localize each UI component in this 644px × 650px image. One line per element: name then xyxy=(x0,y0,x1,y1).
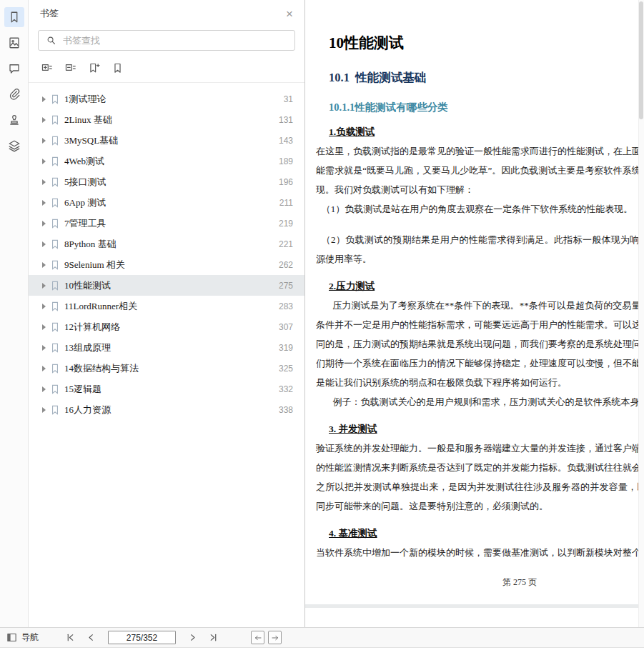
bookmark-item[interactable]: 8Python 基础 221 xyxy=(29,234,304,254)
bookmark-label: 16人力资源 xyxy=(64,404,279,416)
chevron-right-icon[interactable] xyxy=(42,138,46,144)
chevron-right-icon[interactable] xyxy=(42,96,46,102)
chevron-right-icon[interactable] xyxy=(42,366,46,371)
bookmark-label: 14数据结构与算法 xyxy=(64,362,279,375)
bookmarks-panel-button[interactable] xyxy=(4,7,24,27)
expand-all-icon xyxy=(41,62,53,74)
bookmark-flag-button[interactable] xyxy=(110,61,124,75)
last-page-button[interactable] xyxy=(205,630,222,646)
bookmark-item[interactable]: 13组成原理 319 xyxy=(29,337,304,358)
previous-page-button[interactable] xyxy=(83,630,99,646)
chevron-right-icon[interactable] xyxy=(42,159,46,164)
document-area[interactable]: 10性能测试 10.1 性能测试基础 10.1.1性能测试有哪些分类 1.负载测… xyxy=(305,0,644,627)
chevron-right-icon[interactable] xyxy=(42,345,46,351)
doc-paragraph: 在这里，负载测试指的是最常见的验证一般性能需求而进行的性能测试，在上面我们提到了… xyxy=(316,141,644,199)
bookmarks-toolbar xyxy=(29,58,304,83)
last-page-icon xyxy=(209,633,218,642)
bookmark-item[interactable]: 11LordRunner相关 283 xyxy=(29,296,304,316)
bookmark-item[interactable]: 1测试理论 31 xyxy=(29,89,304,109)
bookmark-item[interactable]: 15逻辑题 332 xyxy=(29,379,304,399)
bookmark-label: 5接口测试 xyxy=(64,176,279,189)
navigation-panel-icon xyxy=(6,632,17,643)
chevron-right-icon[interactable] xyxy=(42,283,46,289)
bookmark-item[interactable]: 12计算机网络 307 xyxy=(29,316,304,337)
bookmark-page-icon xyxy=(51,364,59,374)
bookmark-page-number: 332 xyxy=(279,384,293,394)
bookmark-item[interactable]: 5接口测试 196 xyxy=(29,171,304,192)
bookmark-item[interactable]: 10性能测试 275 xyxy=(29,275,304,296)
add-bookmark-button[interactable] xyxy=(86,61,101,75)
bookmark-list: 1测试理论 31 2Linux 基础 131 3MySQL基础 143 4Web… xyxy=(29,83,304,627)
bookmarks-panel-header: 书签 × xyxy=(29,0,304,27)
chevron-right-icon[interactable] xyxy=(42,407,46,413)
thumbnails-icon xyxy=(8,36,21,49)
bookmark-icon xyxy=(8,11,21,24)
bookmark-page-number: 31 xyxy=(284,94,293,104)
first-page-button[interactable] xyxy=(62,630,79,646)
scrollbar-thumb[interactable] xyxy=(639,1,643,119)
main-row: 书签 × xyxy=(0,0,644,627)
page-number-input[interactable] xyxy=(108,631,176,644)
thumbnails-panel-button[interactable] xyxy=(4,33,24,53)
expand-all-button[interactable] xyxy=(39,61,54,75)
bookmark-label: 7管理工具 xyxy=(64,217,279,230)
doc-section-heading: 4. 基准测试 xyxy=(329,527,644,540)
left-toolbar xyxy=(0,0,29,627)
comments-panel-button[interactable] xyxy=(4,59,24,79)
bookmark-page-number: 189 xyxy=(279,156,293,166)
doc-paragraph: （2）负载测试的预期结果是用户的性能需求得到满足。此指标一般体现为响应时间、交易… xyxy=(316,230,644,269)
chevron-right-icon[interactable] xyxy=(42,179,46,185)
section-title: 10.1 性能测试基础 xyxy=(329,70,644,86)
bookmark-item[interactable]: 9Selenium 相关 262 xyxy=(29,254,304,275)
chevron-right-icon[interactable] xyxy=(42,324,46,330)
bookmark-page-icon xyxy=(51,301,59,311)
comment-icon xyxy=(8,62,21,75)
collapse-all-button[interactable] xyxy=(63,61,77,75)
first-page-icon xyxy=(66,633,75,642)
stamps-panel-button[interactable] xyxy=(4,110,24,130)
history-navigation xyxy=(251,631,282,644)
attachments-panel-button[interactable] xyxy=(4,84,24,104)
doc-sections: 1.负载测试在这里，负载测试指的是最常见的验证一般性能需求而进行的性能测试，在上… xyxy=(316,126,644,562)
next-page-button[interactable] xyxy=(184,630,201,646)
bookmark-item[interactable]: 7管理工具 219 xyxy=(29,213,304,234)
page-number-footer: 第 275 页 xyxy=(305,576,644,589)
chevron-right-icon[interactable] xyxy=(42,304,46,309)
bookmark-item[interactable]: 14数据结构与算法 325 xyxy=(29,358,304,379)
next-view-button[interactable] xyxy=(268,631,282,644)
chevron-right-icon[interactable] xyxy=(42,241,46,247)
bookmark-search-box[interactable] xyxy=(38,30,295,51)
bookmark-label: 1测试理论 xyxy=(64,93,284,106)
chevron-right-icon[interactable] xyxy=(42,221,46,226)
bookmark-page-number: 283 xyxy=(279,301,293,311)
bookmark-page-number: 262 xyxy=(279,260,293,270)
arrow-left-icon xyxy=(254,634,262,642)
layers-panel-button[interactable] xyxy=(4,136,24,156)
bookmark-item[interactable]: 6App 测试 211 xyxy=(29,192,304,213)
bookmark-item[interactable]: 4Web测试 189 xyxy=(29,151,304,171)
navigation-label: 导航 xyxy=(21,631,39,644)
bookmark-page-icon xyxy=(51,198,59,208)
bookmark-page-icon xyxy=(51,156,59,166)
bookmark-flag-icon xyxy=(112,62,124,74)
doc-paragraph: 验证系统的并发处理能力。一般是和服务器端建立大量的并发连接，通过客户端的响应时间… xyxy=(316,439,644,516)
bookmarks-panel: 书签 × xyxy=(29,0,305,627)
scrollbar[interactable] xyxy=(638,0,644,627)
chevron-right-icon[interactable] xyxy=(42,117,46,123)
bookmark-item[interactable]: 3MySQL基础 143 xyxy=(29,130,304,151)
chevron-right-icon[interactable] xyxy=(42,200,46,206)
chevron-right-icon[interactable] xyxy=(42,386,46,392)
bookmark-label: 6App 测试 xyxy=(64,196,279,209)
previous-view-button[interactable] xyxy=(251,631,264,644)
bookmark-search-input[interactable] xyxy=(63,35,287,46)
navigation-panel-toggle[interactable]: 导航 xyxy=(6,631,39,644)
doc-paragraph: 当软件系统中增加一个新的模块的时候，需要做基准测试，以判断新模块对整个软件系统的… xyxy=(316,543,644,562)
bookmark-page-icon xyxy=(51,177,59,187)
bookmark-page-number: 211 xyxy=(279,198,293,208)
bookmark-page-number: 275 xyxy=(279,281,293,291)
bookmark-page-icon xyxy=(51,384,59,394)
bookmark-item[interactable]: 2Linux 基础 131 xyxy=(29,109,304,130)
close-icon[interactable]: × xyxy=(286,8,293,20)
chevron-right-icon[interactable] xyxy=(42,262,46,268)
bookmark-item[interactable]: 16人力资源 338 xyxy=(29,399,304,420)
